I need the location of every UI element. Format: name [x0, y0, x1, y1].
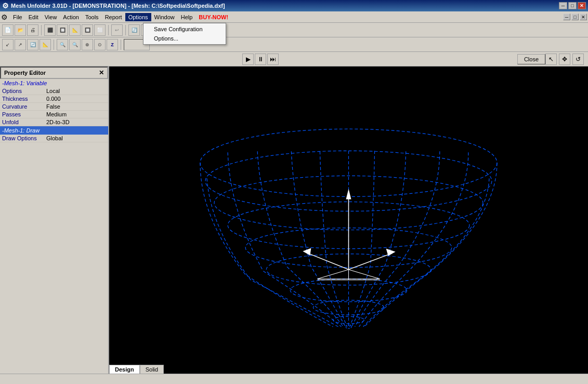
property-table: -Mesh-1: Variable Options Local Thicknes…: [0, 79, 108, 142]
property-editor-close[interactable]: ✕: [99, 69, 104, 76]
btn-5[interactable]: 🔲: [57, 24, 68, 36]
playback-bar: ▶ ⏸ ⏭ Close ↖ ✥ ↺: [0, 52, 588, 67]
menu-tools[interactable]: Tools: [82, 13, 102, 21]
prop-draw-options-value: Global: [44, 135, 108, 142]
title-bar-left: ⚙ Mesh Unfolder 3.01D - [DEMONSTRATION] …: [2, 2, 225, 10]
section-mesh1-variable[interactable]: -Mesh-1: Variable: [0, 79, 108, 87]
restore-button[interactable]: □: [568, 2, 577, 9]
separator5: [121, 39, 121, 50]
zoom-out-button[interactable]: 🔍: [69, 39, 81, 50]
prop-options[interactable]: Options Local: [0, 87, 108, 95]
menu-file[interactable]: File: [10, 13, 25, 21]
prop-thickness-name: Thickness: [0, 95, 44, 103]
separator3: [125, 25, 126, 35]
pan-tool[interactable]: ✥: [559, 54, 570, 65]
pointer-tool[interactable]: ↖: [545, 54, 557, 65]
open-button[interactable]: 📂: [15, 24, 26, 36]
close-button[interactable]: ✕: [578, 2, 586, 9]
toolbar1: 📄 📂 🖨 ⬛ 🔲 📐 🔲 ⬜ ↩ 🔄 ↪: [0, 23, 588, 37]
title-controls: ─ □ ✕: [559, 2, 586, 9]
zoom-all-button[interactable]: ⊕: [82, 39, 93, 50]
main-content: Property Editor ✕ -Mesh-1: Variable Opti…: [0, 67, 588, 374]
minimize-button[interactable]: ─: [559, 2, 567, 9]
section-label-variable: -Mesh-1: Variable: [2, 80, 47, 86]
play-button[interactable]: ▶: [242, 54, 254, 65]
btn-7[interactable]: 🔲: [82, 24, 93, 36]
zoom-select-button[interactable]: ⊙: [94, 39, 106, 50]
menu-options[interactable]: Options: [125, 13, 151, 21]
title-text: Mesh Unfolder 3.01D - [DEMONSTRATION] - …: [11, 3, 225, 9]
prop-curvature-name: Curvature: [0, 103, 44, 111]
section-mesh1-draw[interactable]: -Mesh-1: Draw: [0, 126, 108, 135]
inner-restore-button[interactable]: □: [571, 14, 579, 20]
zoom-window-button[interactable]: Z: [107, 39, 118, 50]
prop-curvature[interactable]: Curvature False: [0, 103, 108, 111]
menu-bar: ⚙ File Edit View Action Tools Report Opt…: [0, 11, 588, 23]
view-tools: ↖ ✥ ↺: [545, 54, 584, 65]
menu-report[interactable]: Report: [102, 13, 125, 21]
new-button[interactable]: 📄: [2, 24, 14, 36]
menu-help[interactable]: Help: [178, 13, 196, 21]
tab-solid[interactable]: Solid: [140, 365, 164, 374]
separator2: [108, 25, 109, 35]
app-icon: ⚙: [2, 2, 9, 10]
prop-draw-options[interactable]: Draw Options Global: [0, 135, 108, 142]
prop-passes[interactable]: Passes Medium: [0, 111, 108, 118]
print-button[interactable]: 🖨: [27, 24, 38, 36]
dropdown-options[interactable]: Options...: [143, 34, 226, 43]
options-dropdown: Save Configuration Options...: [143, 23, 226, 45]
view-btn-2[interactable]: ↗: [15, 39, 26, 50]
prop-draw-options-name: Draw Options: [0, 135, 44, 142]
menu-action[interactable]: Action: [60, 13, 82, 21]
pause-button[interactable]: ⏸: [255, 54, 266, 65]
tab-design[interactable]: Design: [109, 365, 140, 374]
viewport-tabs: Design Solid: [109, 365, 164, 374]
property-editor: Property Editor ✕ -Mesh-1: Variable Opti…: [0, 67, 109, 374]
prop-options-value: Local: [44, 87, 108, 95]
prop-thickness-value: 0.000: [44, 95, 108, 103]
close-bar-button[interactable]: Close: [517, 54, 545, 64]
title-bar: ⚙ Mesh Unfolder 3.01D - [DEMONSTRATION] …: [0, 0, 588, 11]
separator4: [54, 39, 54, 50]
inner-close-button[interactable]: ✕: [580, 14, 587, 20]
prop-passes-name: Passes: [0, 111, 44, 118]
property-editor-header: Property Editor ✕: [0, 67, 108, 79]
prop-thickness[interactable]: Thickness 0.000: [0, 95, 108, 103]
dropdown-save-config[interactable]: Save Configuration: [143, 24, 226, 34]
separator1: [41, 25, 42, 35]
view-btn-3[interactable]: 🔄: [27, 39, 38, 50]
prop-curvature-value: False: [44, 103, 108, 111]
btn-9[interactable]: ↩: [111, 24, 123, 36]
menu-window[interactable]: Window: [151, 13, 178, 21]
property-editor-title: Property Editor: [4, 70, 46, 76]
prop-unfold[interactable]: Unfold 2D-to-3D: [0, 118, 108, 126]
prop-unfold-value: 2D-to-3D: [44, 118, 108, 126]
section-label-draw: -Mesh-1: Draw: [2, 127, 40, 134]
inner-minimize-button[interactable]: ─: [563, 14, 570, 20]
menu-buynow[interactable]: BUY-NOW!: [195, 13, 231, 21]
view-btn-1[interactable]: ↙: [2, 39, 14, 50]
playback-controls: ▶ ⏸ ⏭: [242, 54, 279, 65]
btn-4[interactable]: ⬛: [44, 24, 56, 36]
rotate-tool[interactable]: ↺: [572, 54, 584, 65]
status-bar: [0, 374, 588, 384]
zoom-in-button[interactable]: 🔍: [57, 39, 68, 50]
mesh-canvas: [109, 67, 588, 374]
btn-10[interactable]: 🔄: [128, 24, 140, 36]
view-btn-4[interactable]: 📐: [40, 39, 51, 50]
btn-6[interactable]: 📐: [69, 24, 81, 36]
prop-unfold-name: Unfold: [0, 118, 44, 126]
menu-edit[interactable]: Edit: [25, 13, 42, 21]
viewport[interactable]: Design Solid: [109, 67, 588, 374]
menu-view[interactable]: View: [42, 13, 60, 21]
toolbar2: ↙ ↗ 🔄 📐 🔍 🔍 ⊕ ⊙ Z: [0, 37, 588, 52]
prop-passes-value: Medium: [44, 111, 108, 118]
btn-8[interactable]: ⬜: [94, 24, 106, 36]
next-button[interactable]: ⏭: [267, 54, 279, 65]
app-small-icon: ⚙: [1, 13, 8, 21]
prop-options-name: Options: [0, 87, 44, 95]
